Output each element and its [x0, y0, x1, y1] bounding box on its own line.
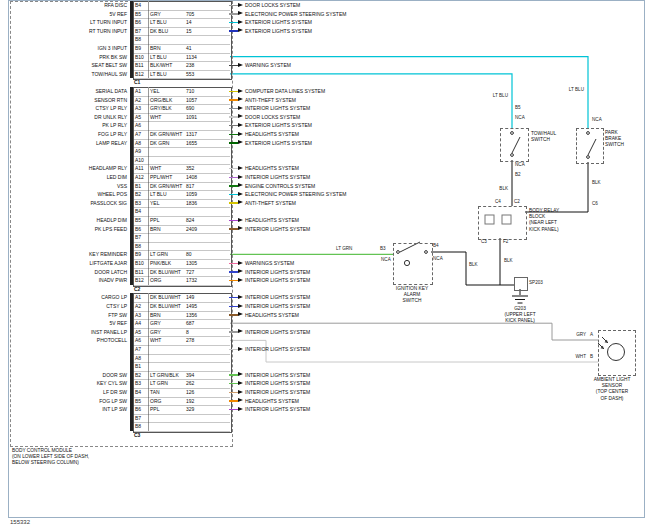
system-label: INTERIOR LIGHTS SYSTEM [245, 104, 310, 113]
system-label: INTERIOR LIGHTS SYSTEM [245, 276, 310, 285]
circuit-label: 1057 [186, 96, 228, 105]
wire-color-label: YEL [150, 87, 184, 96]
pin-label: B5 [135, 10, 149, 19]
bcm-pin-row: A9 [0, 147, 650, 156]
system-label: COMPUTER DATA LINES SYSTEM [245, 87, 325, 96]
wire-color-label: GRY [150, 328, 184, 337]
signal-label: PASSLOCK SIG [14, 199, 127, 208]
arrow-icon [238, 89, 243, 93]
system-label: EXTERIOR LIGHTS SYSTEM [245, 139, 312, 148]
system-label: INTERIOR LIGHTS SYSTEM [245, 302, 310, 311]
system-label: INTERIOR LIGHTS SYSTEM [245, 371, 310, 380]
system-label: INTERIOR LIGHTS SYSTEM [245, 379, 310, 388]
ignition-key-alarm-switch-box [393, 243, 433, 285]
signal-label: 5V REF [14, 319, 127, 328]
g203-ground-label: G203 (UPPER LEFT KICK PANEL) [488, 306, 552, 325]
wire-color-label: LT BLU [150, 18, 184, 27]
wire-color-label: DK BLU [150, 27, 184, 36]
wire-color-label: PPL [150, 216, 184, 225]
arrow-icon [238, 140, 243, 144]
pin-label: A3 [135, 104, 149, 113]
bcm-pin-row: PRK BK SWB10LT BLU1134 [0, 53, 650, 62]
wire-segment [229, 142, 238, 143]
circuit-label: 1495 [186, 302, 228, 311]
bcm-pin-row: PK LP RLYA6EXTERIOR LIGHTS SYSTEM [0, 121, 650, 130]
signal-label: LIFTGATE AJAR [14, 259, 127, 268]
component-label-line: SWITCH [390, 298, 434, 304]
pin-label: B10 [135, 259, 149, 268]
pin-label: C2 [514, 199, 520, 205]
park-brake-switch-box [576, 128, 604, 164]
system-label: EXTERIOR LIGHTS SYSTEM [245, 18, 312, 27]
wire-segment [229, 91, 238, 92]
circuit-label: 14 [186, 18, 228, 27]
arrow-icon [238, 28, 243, 32]
wire-segment [229, 108, 238, 109]
wire-color-label: GRY/BLK [150, 104, 184, 113]
wire-segment [229, 194, 238, 195]
signal-label: LT TURN INPUT [14, 18, 127, 27]
arrow-icon [238, 372, 243, 376]
signal-label: LF DR SW [14, 388, 127, 397]
circuit-label: 352 [186, 164, 228, 173]
bcm-pin-row: SERIAL DATAA1YEL710COMPUTER DATA LINES S… [0, 87, 650, 96]
bcm-pin-row: INT LP SWB6PPL329INTERIOR LIGHTS SYSTEM [0, 405, 650, 414]
circuit-label: 1356 [186, 311, 228, 320]
pin-label: B1 [135, 362, 149, 371]
component-label-line: SWITCH [531, 137, 556, 143]
wire-segment [229, 125, 238, 126]
system-label: INTERIOR LIGHTS SYSTEM [245, 293, 310, 302]
circuit-label: 329 [186, 405, 228, 414]
wire-segment [229, 409, 238, 410]
wire-color-label: PPL [150, 405, 184, 414]
wire-color-label: LT BLU [150, 190, 184, 199]
pin-label: B10 [135, 53, 149, 62]
pin-label: B4 [135, 388, 149, 397]
system-label: ELECTRONIC POWER STEERING SYSTEM [245, 190, 346, 199]
wire-color-label: BLK [469, 262, 478, 268]
pin-label: B7 [135, 414, 149, 423]
arrow-icon [238, 390, 243, 394]
component-label-line: (NEAR LEFT [529, 220, 559, 226]
circuit-label: 687 [186, 319, 228, 328]
bcm-pin-row: DOOR LATCHB11DK BLU/WHT727INTERIOR LIGHT… [0, 268, 650, 277]
wire-color-label: ORG [150, 397, 184, 406]
signal-label: 5V REF [14, 10, 127, 19]
arrow-icon [238, 347, 243, 351]
pin-label: B6 [135, 18, 149, 27]
circuit-label: 126 [186, 388, 228, 397]
arrow-icon [238, 132, 243, 136]
arrow-icon [238, 381, 243, 385]
system-label: HEADLIGHTS SYSTEM [245, 164, 299, 173]
wire-color-label: GRY [150, 10, 184, 19]
bcm-pin-row: FOG LP SWB5ORG192HEADLIGHTS SYSTEM [0, 397, 650, 406]
signal-label: IGN 3 INPUT [14, 44, 127, 53]
pin-label: A8 [135, 139, 149, 148]
wire-segment [229, 349, 238, 350]
signal-label: PK LP RLY [14, 121, 127, 130]
pin-label: A7 [135, 130, 149, 139]
arrow-icon [238, 407, 243, 411]
wire-color-label: LT BLU [150, 53, 184, 62]
circuit-label: 1305 [186, 259, 228, 268]
nca-label: NCA [515, 115, 525, 121]
system-label: ENGINE CONTROLS SYSTEM [245, 182, 315, 191]
wire-color-label: BLK/WHT [150, 61, 184, 70]
system-label: EXTERIOR LIGHTS SYSTEM [245, 121, 312, 130]
tow-haul-switch-label: TOW/HAUL SWITCH [531, 131, 556, 143]
signal-label: CARGO LP [14, 293, 127, 302]
signal-label: RFA DISC [14, 1, 127, 10]
bcm-pin-row: SEAT BELT SWB11BLK/WHT238WARNING SYSTEM [0, 61, 650, 70]
bcm-pin-row: RFA DISCB4DOOR LOCKS SYSTEM [0, 1, 650, 10]
system-label: HEADLIGHTS SYSTEM [245, 130, 299, 139]
wire-segment [229, 30, 238, 31]
nca-label: NCA [433, 256, 443, 262]
pin-label: A1 [135, 293, 149, 302]
signal-label: FOG LP RLY [14, 130, 127, 139]
circuit-label: 690 [186, 104, 228, 113]
circuit-label: 192 [186, 397, 228, 406]
pin-label: A5 [135, 328, 149, 337]
system-label: DOOR LOCKS SYSTEM [245, 1, 300, 10]
bcm-pin-row: PASSLOCK SIGB3YEL1836ANTI-THEFT SYSTEM [0, 199, 650, 208]
pin-label: B7 [135, 27, 149, 36]
